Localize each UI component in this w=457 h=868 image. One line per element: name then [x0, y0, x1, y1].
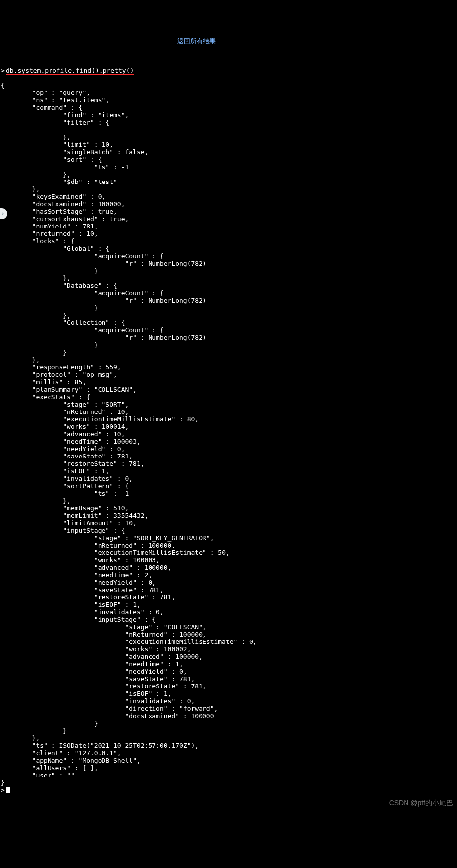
prompt-line: >db.system.profile.find().pretty() [1, 67, 456, 74]
prompt-line-2[interactable]: > [1, 786, 456, 794]
watermark: CSDN @ptf的小尾巴 [389, 799, 453, 807]
prompt-char: > [1, 67, 6, 74]
command-text: db.system.profile.find().pretty() [6, 67, 134, 75]
annotation-label: 返回所有结果 [177, 37, 216, 45]
cursor-icon [6, 787, 10, 793]
json-output: { "op" : "query", "ns" : "test.items", "… [1, 82, 257, 786]
prompt-char: > [1, 786, 6, 794]
terminal-output[interactable]: › 返回所有结果 >db.system.profile.find().prett… [0, 37, 457, 809]
